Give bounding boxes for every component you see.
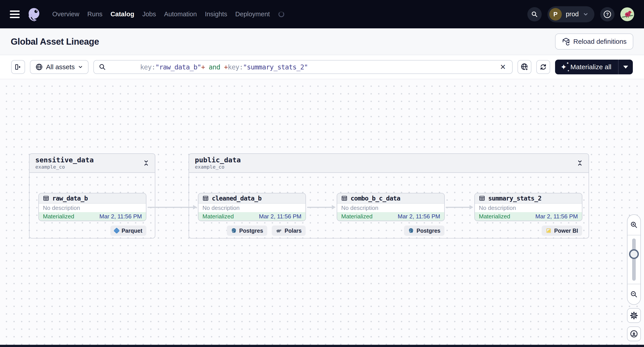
nav-item-runs[interactable]: Runs (87, 10, 102, 18)
edge-combo-to-summary (446, 207, 470, 208)
materialize-all-label: Materialize all (570, 63, 612, 71)
kind-badge-label: Power BI (554, 228, 578, 234)
kind-badge-postgres[interactable]: Postgres (404, 226, 444, 236)
zoom-slider-track[interactable] (632, 239, 636, 281)
asset-status-row: Materialized Mar 2, 11:56 PM (39, 212, 146, 221)
group-name: public_data (195, 156, 241, 164)
dagster-logo-icon[interactable] (26, 7, 42, 22)
zoom-slider-thumb[interactable] (629, 249, 639, 259)
svg-text:?: ? (606, 12, 609, 17)
kind-badges-raw-data-b: Parquet (38, 226, 146, 236)
lineage-canvas[interactable]: sensitive_data example_co public_data ex… (0, 79, 644, 347)
gear-icon (630, 312, 638, 320)
page-header: Global Asset Lineage Reload definitions (0, 28, 644, 55)
kind-badge-polars[interactable]: Polars (272, 226, 306, 236)
refresh-icon (539, 63, 547, 71)
kind-badge-powerbi[interactable]: Power BI (542, 226, 582, 236)
kind-badge-label: Polars (285, 228, 302, 234)
deployment-switcher[interactable]: P prod (548, 6, 594, 22)
zoom-out-button[interactable] (628, 284, 640, 304)
asset-node-header: raw_data_b (39, 193, 146, 204)
asset-description: No description (475, 204, 582, 212)
reload-definitions-icon (562, 37, 570, 46)
sparkle-icon: ✦✦✦ (560, 63, 567, 71)
zoom-slider[interactable] (628, 235, 640, 284)
table-asset-icon (43, 195, 49, 201)
materialization-timestamp[interactable]: Mar 2, 11:56 PM (259, 213, 302, 220)
zoom-in-button[interactable] (628, 215, 640, 235)
kind-badges-combo-b-c-data: Postgres (337, 226, 444, 236)
asset-description: No description (198, 204, 306, 212)
reload-definitions-label: Reload definitions (574, 38, 627, 45)
asset-node-combo-b-c-data[interactable]: combo_b_c_data No description Materializ… (337, 193, 445, 221)
group-location: example_co (35, 164, 94, 170)
help-button[interactable]: ? (600, 7, 614, 21)
graph-settings-button[interactable] (627, 308, 641, 323)
view-full-graph-button[interactable] (518, 60, 532, 74)
lineage-toolbar: All assets key:"raw_data_b"+ and +key:"s… (0, 55, 644, 79)
materialization-timestamp[interactable]: Mar 2, 11:56 PM (536, 213, 578, 220)
nav-right: P prod ? (527, 6, 634, 22)
parquet-icon (114, 228, 120, 234)
help-icon: ? (603, 10, 612, 19)
asset-status-row: Materialized Mar 2, 11:56 PM (337, 212, 444, 221)
table-asset-icon (341, 195, 348, 201)
nav-item-insights[interactable]: Insights (205, 10, 227, 18)
group-header[interactable]: sensitive_data example_co (30, 154, 155, 173)
kind-badge-parquet[interactable]: Parquet (110, 226, 146, 236)
materialization-timestamp[interactable]: Mar 2, 11:56 PM (100, 213, 142, 220)
powerbi-icon (546, 228, 552, 234)
nav-item-automation[interactable]: Automation (164, 10, 197, 18)
materialize-options-button[interactable] (618, 60, 633, 74)
clear-search-icon[interactable]: ✕ (498, 63, 507, 71)
nav-links: Overview Runs Catalog Jobs Automation In… (52, 10, 284, 18)
menu-icon[interactable] (10, 10, 20, 18)
postgres-icon (231, 228, 237, 234)
nav-item-deployment[interactable]: Deployment (235, 10, 270, 18)
materialize-all-button[interactable]: ✦✦✦ Materialize all (555, 60, 618, 74)
asset-name: raw_data_b (52, 195, 88, 202)
nav-item-jobs[interactable]: Jobs (142, 10, 156, 18)
download-icon (630, 330, 638, 338)
zoom-controls (627, 214, 641, 305)
asset-name: summary_stats_2 (488, 195, 542, 202)
asset-node-summary-stats-2[interactable]: summary_stats_2 No description Materiali… (474, 193, 582, 221)
nav-item-catalog[interactable]: Catalog (110, 10, 134, 18)
asset-description: No description (337, 204, 444, 212)
cardinal-avatar-image (620, 7, 634, 21)
asset-search-input[interactable]: key:"raw_data_b"+ and +key:"summary_stat… (94, 60, 512, 74)
open-panel-button[interactable] (11, 60, 25, 74)
status-badge: Materialized (479, 213, 510, 220)
asset-scope-dropdown[interactable]: All assets (30, 60, 88, 74)
materialization-timestamp[interactable]: Mar 2, 11:56 PM (398, 213, 440, 220)
kind-badges-summary-stats-2: Power BI (474, 226, 582, 236)
reload-definitions-button[interactable]: Reload definitions (555, 33, 634, 49)
asset-node-header: combo_b_c_data (337, 193, 444, 204)
bottom-edge-bar (0, 345, 644, 347)
asset-node-cleaned-data-b[interactable]: cleaned_data_b No description Materializ… (198, 193, 306, 221)
collapse-group-icon[interactable] (143, 159, 150, 167)
dagster-app: Overview Runs Catalog Jobs Automation In… (0, 0, 644, 347)
table-asset-icon (202, 195, 209, 201)
user-avatar[interactable] (620, 7, 634, 21)
nav-item-overview[interactable]: Overview (52, 10, 79, 18)
group-header[interactable]: public_data example_co (189, 154, 588, 173)
asset-node-header: cleaned_data_b (198, 193, 306, 204)
zoom-in-icon (630, 221, 638, 229)
page-title: Global Asset Lineage (11, 37, 99, 47)
zoom-out-icon (630, 291, 638, 298)
asset-status-row: Materialized Mar 2, 11:56 PM (198, 212, 306, 221)
kind-badge-postgres[interactable]: Postgres (227, 226, 267, 236)
collapse-group-icon[interactable] (576, 159, 583, 167)
asset-node-raw-data-b[interactable]: raw_data_b No description Materialized M… (38, 193, 146, 221)
postgres-icon (408, 228, 414, 234)
globe-plus-icon (520, 63, 528, 71)
refresh-button[interactable] (536, 60, 550, 74)
search-query-text: key:"raw_data_b"+ and +key:"summary_stat… (110, 55, 308, 79)
search-icon (99, 63, 106, 70)
kind-badge-label: Postgres (416, 228, 440, 234)
kind-badge-label: Postgres (239, 228, 263, 234)
download-image-button[interactable] (627, 327, 641, 341)
search-button[interactable] (527, 7, 542, 21)
deployment-label: prod (566, 10, 579, 18)
